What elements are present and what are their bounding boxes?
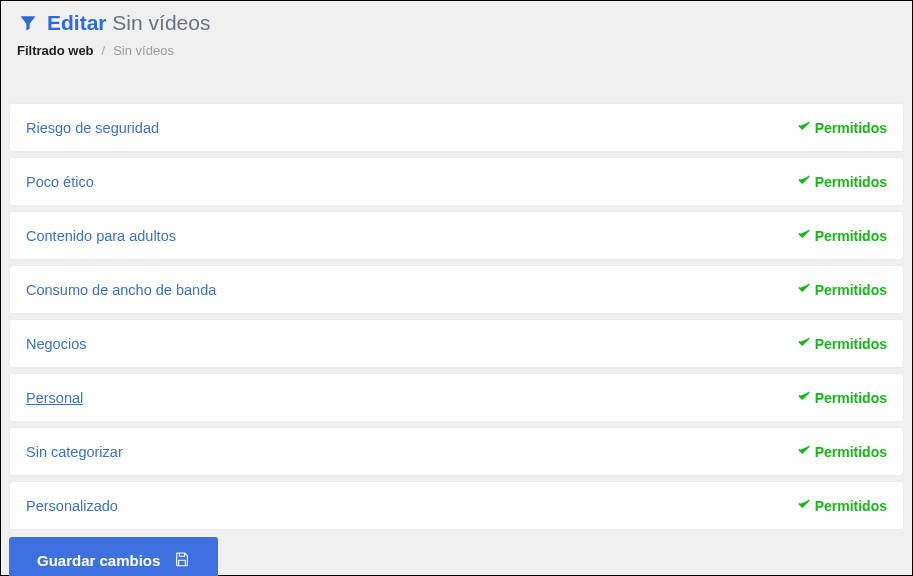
category-row[interactable]: PersonalizadoPermitidos xyxy=(10,482,903,529)
category-status-label: Permitidos xyxy=(815,120,887,136)
page-header: Editar Sin vídeos xyxy=(9,9,904,37)
check-icon xyxy=(797,389,811,406)
filter-icon xyxy=(17,12,39,34)
check-icon xyxy=(797,497,811,514)
category-row[interactable]: Contenido para adultosPermitidos xyxy=(10,212,903,259)
category-row[interactable]: PersonalPermitidos xyxy=(10,374,903,421)
category-status: Permitidos xyxy=(797,497,887,514)
category-status-label: Permitidos xyxy=(815,336,887,352)
save-button[interactable]: Guardar cambios xyxy=(9,537,218,576)
breadcrumb-current: Sin vídeos xyxy=(113,43,174,58)
check-icon xyxy=(797,227,811,244)
page-title-edit: Editar xyxy=(47,11,107,34)
breadcrumb-root[interactable]: Filtrado web xyxy=(17,43,94,58)
breadcrumb: Filtrado web / Sin vídeos xyxy=(9,37,904,60)
category-label[interactable]: Riesgo de seguridad xyxy=(26,120,159,136)
category-list: Riesgo de seguridadPermitidosPoco éticoP… xyxy=(9,104,904,529)
category-row[interactable]: Poco éticoPermitidos xyxy=(10,158,903,205)
category-status-label: Permitidos xyxy=(815,282,887,298)
category-row[interactable]: Sin categorizarPermitidos xyxy=(10,428,903,475)
save-icon xyxy=(174,551,190,570)
category-status: Permitidos xyxy=(797,335,887,352)
check-icon xyxy=(797,443,811,460)
save-row: Guardar cambios xyxy=(9,537,904,576)
category-status-label: Permitidos xyxy=(815,498,887,514)
category-status: Permitidos xyxy=(797,119,887,136)
category-status: Permitidos xyxy=(797,443,887,460)
category-status-label: Permitidos xyxy=(815,390,887,406)
page-title-name: Sin vídeos xyxy=(112,11,210,34)
check-icon xyxy=(797,119,811,136)
category-label[interactable]: Personalizado xyxy=(26,498,118,514)
category-label[interactable]: Sin categorizar xyxy=(26,444,123,460)
check-icon xyxy=(797,173,811,190)
breadcrumb-separator: / xyxy=(102,43,106,58)
check-icon xyxy=(797,281,811,298)
category-status-label: Permitidos xyxy=(815,174,887,190)
category-row[interactable]: Consumo de ancho de bandaPermitidos xyxy=(10,266,903,313)
category-label[interactable]: Contenido para adultos xyxy=(26,228,176,244)
category-label[interactable]: Poco ético xyxy=(26,174,94,190)
category-row[interactable]: NegociosPermitidos xyxy=(10,320,903,367)
category-label[interactable]: Negocios xyxy=(26,336,86,352)
category-status-label: Permitidos xyxy=(815,228,887,244)
category-status: Permitidos xyxy=(797,227,887,244)
check-icon xyxy=(797,335,811,352)
save-button-label: Guardar cambios xyxy=(37,552,160,569)
category-status-label: Permitidos xyxy=(815,444,887,460)
category-row[interactable]: Riesgo de seguridadPermitidos xyxy=(10,104,903,151)
category-status: Permitidos xyxy=(797,173,887,190)
category-label[interactable]: Consumo de ancho de banda xyxy=(26,282,216,298)
category-status: Permitidos xyxy=(797,281,887,298)
page-container: Editar Sin vídeos Filtrado web / Sin víd… xyxy=(0,0,913,576)
category-label[interactable]: Personal xyxy=(26,390,83,406)
category-status: Permitidos xyxy=(797,389,887,406)
page-title: Editar Sin vídeos xyxy=(47,11,210,35)
